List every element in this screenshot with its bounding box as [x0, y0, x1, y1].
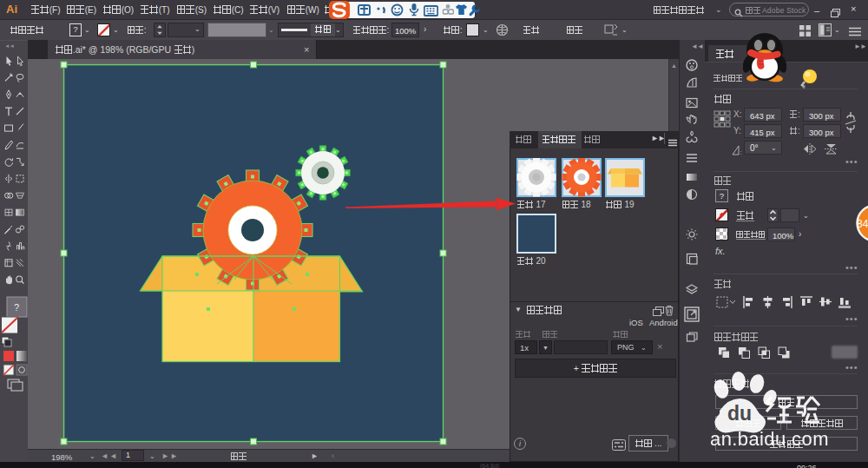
- svg-text:du: du: [727, 402, 752, 425]
- svg-text:an.baidu.com: an.baidu.com: [710, 428, 829, 450]
- svg-text::: :: [740, 148, 742, 155]
- svg-text:84: 84: [857, 218, 868, 230]
- svg-text:?: ?: [14, 302, 19, 313]
